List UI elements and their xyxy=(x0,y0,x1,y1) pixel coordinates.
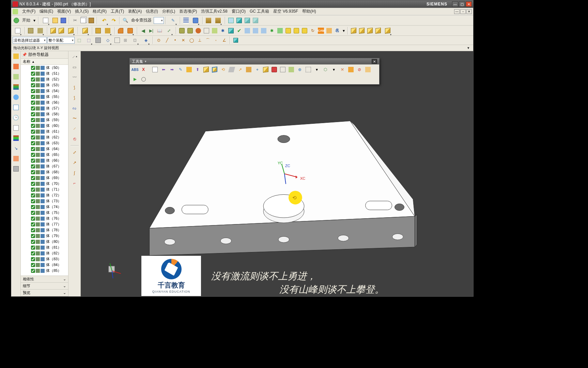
snap-pnt-button[interactable]: ◦ xyxy=(212,36,220,44)
datum-csys-button[interactable] xyxy=(35,27,45,34)
tree-checkbox[interactable] xyxy=(31,130,35,134)
ts-btn-26[interactable] xyxy=(364,66,372,73)
resource-btn-4[interactable] xyxy=(12,83,20,91)
menu-tools[interactable]: 工具(T) xyxy=(109,8,126,15)
nx-start-icon[interactable] xyxy=(13,17,20,24)
tree-row[interactable]: 体（58） xyxy=(21,111,68,117)
t2-btn-17[interactable] xyxy=(325,27,333,34)
snap-int-button[interactable]: ✕ xyxy=(180,36,187,44)
tree-checkbox[interactable] xyxy=(31,176,35,180)
tree-checkbox[interactable] xyxy=(31,240,35,244)
tree-checkbox[interactable] xyxy=(31,118,35,122)
snap-mid-button[interactable]: ╱ xyxy=(163,36,171,44)
spline-button[interactable]: 〰 xyxy=(70,73,79,82)
paste-button[interactable] xyxy=(88,17,95,24)
dim1-button[interactable]: ⤢ xyxy=(70,148,79,157)
tree-checkbox[interactable] xyxy=(31,77,35,82)
datum-plane-button[interactable] xyxy=(27,27,34,34)
t2-btn-8[interactable] xyxy=(244,27,251,34)
t2-name-drop[interactable]: ▾ xyxy=(342,27,346,34)
tree-row[interactable]: 体（61） xyxy=(21,129,68,134)
grid-button[interactable] xyxy=(182,17,190,24)
open-button[interactable] xyxy=(51,17,59,24)
tree-row[interactable]: 体（54） xyxy=(21,88,68,94)
menu-file[interactable]: 文件(F) xyxy=(20,8,37,15)
tree-checkbox[interactable] xyxy=(31,269,35,273)
t2-btn-15[interactable] xyxy=(301,27,308,34)
dim4-button[interactable]: ⌐ xyxy=(70,179,79,188)
ts-btn-22[interactable]: ▾ xyxy=(330,66,338,73)
ts-btn-9[interactable]: ⟲ xyxy=(219,66,227,73)
start-dropdown[interactable]: ▾ xyxy=(32,17,36,24)
tree-row[interactable]: 体（80） xyxy=(21,239,68,245)
navigator-tree[interactable]: 体（50）体（51）体（52）体（53）体（54）体（55）体（56）体（57）… xyxy=(21,65,68,276)
expand-button[interactable]: ⤢ xyxy=(164,27,174,34)
tree-row[interactable]: 体（55） xyxy=(21,94,68,100)
ts-btn-1[interactable]: ABS xyxy=(131,66,139,73)
graphics-viewport[interactable]: XC YC ZC ⟲ xyxy=(81,51,473,296)
new-button[interactable] xyxy=(41,17,51,24)
snap-end-button[interactable]: ⊙ xyxy=(155,36,163,44)
t2-btn-5[interactable] xyxy=(211,27,218,34)
command-finder-input[interactable]: ▾ xyxy=(154,17,164,24)
sel-btn-1[interactable]: ⬚ xyxy=(75,36,83,44)
cube-small-button[interactable] xyxy=(232,36,239,44)
ts-btn-17[interactable] xyxy=(288,66,295,73)
snap-quad-button[interactable]: ◯ xyxy=(188,36,195,44)
tree-row[interactable]: 体（59） xyxy=(21,117,68,123)
pin-icon[interactable]: 📌 xyxy=(22,53,27,57)
subtract-button[interactable] xyxy=(103,27,113,34)
t2-btn-14[interactable] xyxy=(293,27,300,34)
tree-row[interactable]: 体（64） xyxy=(21,146,68,152)
resource-btn-12[interactable] xyxy=(12,165,20,173)
t2-btn-2[interactable] xyxy=(186,27,194,34)
curve2-button[interactable]: ⟆ xyxy=(70,93,79,102)
curve3-button[interactable]: ᔓ xyxy=(70,104,79,113)
tree-row[interactable]: 体（84） xyxy=(21,262,68,268)
accordion-dependencies[interactable]: 相依性⌄ xyxy=(21,276,68,283)
tree-row[interactable]: 体（70） xyxy=(21,181,68,187)
tree-checkbox[interactable] xyxy=(31,205,35,209)
navigator-column-header[interactable]: 名称 ▲ xyxy=(21,59,68,65)
tree-checkbox[interactable] xyxy=(31,153,35,157)
tree-checkbox[interactable] xyxy=(31,72,35,76)
tree-row[interactable]: 体（52） xyxy=(21,76,68,82)
sketch-button[interactable] xyxy=(13,27,23,34)
t2-cube-5[interactable] xyxy=(383,27,393,34)
tree-checkbox[interactable] xyxy=(31,199,35,203)
snap-tan-button[interactable]: ⌒ xyxy=(204,36,212,44)
tree-checkbox[interactable] xyxy=(31,124,35,128)
wireframe-button[interactable] xyxy=(227,17,235,24)
tree-checkbox[interactable] xyxy=(31,141,35,145)
t2-cube-4[interactable] xyxy=(374,27,382,34)
rectangle-button[interactable]: ▭ xyxy=(70,63,79,72)
ts-btn-16[interactable] xyxy=(279,66,287,73)
menu-view[interactable]: 视图(V) xyxy=(55,8,73,15)
ts-btn-6[interactable]: ⬆ xyxy=(194,66,201,73)
t2-btn-3[interactable] xyxy=(195,27,202,34)
t2-btn-6[interactable]: ✱ xyxy=(219,27,227,34)
tree-checkbox[interactable] xyxy=(31,164,35,168)
resource-btn-10[interactable]: ↘ xyxy=(12,145,20,152)
tree-checkbox[interactable] xyxy=(31,246,35,250)
profile-button[interactable]: ⟋• xyxy=(70,53,79,61)
shaded-button[interactable] xyxy=(235,17,243,24)
ts-btn-prev[interactable]: ⬅ xyxy=(160,66,167,73)
menu-preferences[interactable]: 首选项(P) xyxy=(177,8,199,15)
tree-row[interactable]: 体（79） xyxy=(21,233,68,239)
t2-btn-12[interactable] xyxy=(276,27,284,34)
sel-btn-2[interactable]: ⬚ xyxy=(83,36,94,44)
tree-checkbox[interactable] xyxy=(31,112,35,116)
extrude-button[interactable] xyxy=(49,27,57,34)
resource-btn-5[interactable] xyxy=(12,93,20,101)
tree-row[interactable]: 体（63） xyxy=(21,140,68,146)
ts-btn-14[interactable] xyxy=(262,66,269,73)
tree-checkbox[interactable] xyxy=(31,193,35,197)
tree-checkbox[interactable] xyxy=(31,251,35,255)
snap-perp-button[interactable]: ⊥ xyxy=(196,36,203,44)
snap-ctr-button[interactable]: • xyxy=(171,36,179,44)
tree-row[interactable]: 体（78） xyxy=(21,227,68,233)
edge-blend-button[interactable] xyxy=(117,27,124,34)
layer-button[interactable] xyxy=(205,17,212,24)
t2-icam-button[interactable]: iCAM xyxy=(317,27,325,34)
